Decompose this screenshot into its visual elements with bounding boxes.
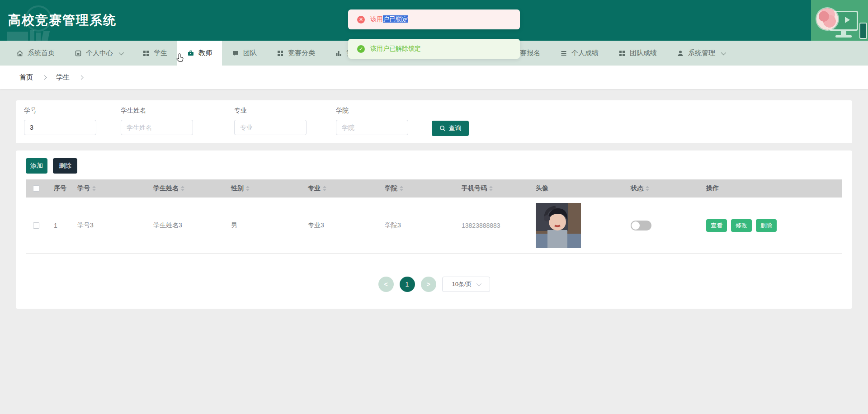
row-index: 1 [47, 222, 70, 229]
column-header-phone[interactable]: 手机号码 [454, 184, 528, 193]
sort-icon[interactable] [323, 184, 326, 193]
column-header-actions: 操作 [699, 184, 842, 193]
chevron-down-icon [119, 50, 124, 55]
prev-page-button[interactable]: < [378, 277, 394, 292]
user-icon [677, 50, 684, 57]
field-label: 学号 [24, 107, 96, 115]
field-college: 学院 [336, 107, 408, 135]
nav-item-competition-category[interactable]: 竞赛分类 [267, 41, 325, 66]
toast-error-text: 该用户已锁定 [370, 15, 408, 24]
add-button[interactable]: 添加 [26, 158, 47, 174]
select-all-checkbox[interactable] [33, 185, 39, 192]
table-row: 1 学号3 学生姓名3 男 专业3 学院3 13823888883 查看 [26, 198, 842, 254]
sort-icon[interactable] [646, 184, 649, 193]
nav-item-label: 团队 [243, 49, 257, 57]
sort-icon[interactable] [400, 184, 403, 193]
selected-text: 户已锁定 [383, 15, 408, 23]
college-input[interactable] [336, 120, 408, 135]
chevron-down-icon [476, 281, 481, 286]
sort-icon[interactable] [181, 184, 184, 193]
grid-icon [277, 50, 284, 57]
row-checkbox[interactable] [33, 222, 39, 229]
list-icon [560, 50, 567, 57]
personal-center-icon [75, 50, 82, 57]
field-label: 学生姓名 [121, 107, 193, 115]
column-header-status[interactable]: 状态 [623, 184, 699, 193]
bar-chart-icon [335, 50, 342, 57]
success-check-icon: ✓ [357, 45, 365, 53]
grid-icon [618, 50, 626, 57]
row-major: 专业3 [301, 221, 377, 230]
nav-item-label: 竞赛分类 [288, 49, 315, 57]
phone-illustration [859, 23, 867, 39]
toast-error: ✕ 该用户已锁定 [348, 9, 520, 29]
view-button[interactable]: 查看 [706, 219, 727, 232]
breadcrumb-separator-icon [79, 75, 84, 80]
sort-icon[interactable] [246, 184, 250, 193]
breadcrumb-home[interactable]: 首页 [19, 73, 33, 82]
home-icon [16, 50, 24, 57]
edit-button[interactable]: 修改 [731, 219, 752, 232]
chat-icon [232, 50, 239, 57]
search-button-label: 查询 [449, 124, 462, 132]
breadcrumb-student[interactable]: 学生 [56, 73, 70, 82]
row-name: 学生姓名3 [146, 221, 224, 230]
student-no-input[interactable] [24, 120, 96, 135]
page-size-select[interactable]: 10条/页 [442, 277, 490, 292]
nav-item-label: 教师 [198, 49, 212, 57]
nav-item-label: 团队成绩 [630, 49, 657, 57]
row-delete-button[interactable]: 删除 [756, 219, 777, 232]
major-input[interactable] [234, 120, 307, 135]
nav-item-system-admin[interactable]: 系统管理 [667, 41, 735, 66]
page-1-button[interactable]: 1 [400, 277, 415, 292]
toast-success-text: 该用户已解除锁定 [370, 45, 421, 53]
row-gender: 男 [224, 221, 301, 230]
field-student-no: 学号 [24, 107, 96, 135]
pagination: < 1 > 10条/页 [16, 277, 852, 292]
nav-item-team-score[interactable]: 团队成绩 [609, 41, 667, 66]
sort-icon[interactable] [92, 184, 96, 193]
row-phone: 13823888883 [454, 222, 528, 229]
column-header-gender[interactable]: 性别 [224, 184, 301, 193]
status-toggle[interactable] [631, 221, 651, 231]
books-decoration [7, 29, 75, 41]
toast-success: ✓ 该用户已解除锁定 [348, 39, 520, 59]
field-label: 学院 [336, 107, 408, 115]
nav-item-personal-center[interactable]: 个人中心 [65, 41, 132, 66]
app-title: 高校竞赛管理系统 [8, 12, 117, 29]
sort-icon[interactable] [489, 184, 493, 193]
breadcrumb-separator-icon [42, 75, 47, 80]
nav-item-label: 系统首页 [28, 49, 55, 57]
nav-item-label: 个人中心 [86, 49, 113, 57]
nav-item-personal-score[interactable]: 个人成绩 [550, 41, 609, 66]
nav-item-label: 系统管理 [688, 49, 715, 57]
column-header-college[interactable]: 学院 [377, 184, 454, 193]
nav-item-student[interactable]: 学生 [132, 41, 177, 66]
delete-button[interactable]: 删除 [53, 158, 77, 174]
field-student-name: 学生姓名 [121, 107, 193, 135]
nav-item-label: 学生 [154, 49, 167, 57]
breadcrumb: 首页 学生 [0, 66, 868, 89]
search-icon [439, 125, 446, 132]
briefcase-icon [187, 50, 194, 57]
page-size-value: 10条/页 [452, 280, 472, 288]
search-button[interactable]: 查询 [432, 121, 469, 136]
next-page-button[interactable]: > [421, 277, 436, 292]
column-header-major[interactable]: 专业 [301, 184, 377, 193]
user-avatar[interactable] [816, 8, 838, 30]
student-avatar-image [536, 203, 581, 248]
field-major: 专业 [234, 107, 307, 135]
nav-item-home[interactable]: 系统首页 [6, 41, 65, 66]
row-college: 学院3 [377, 221, 454, 230]
nav-item-team[interactable]: 团队 [222, 41, 267, 66]
column-header-name[interactable]: 学生姓名 [146, 184, 224, 193]
error-icon: ✕ [357, 16, 365, 24]
grid-icon [142, 50, 150, 57]
student-name-input[interactable] [121, 120, 193, 135]
column-header-index: 序号 [47, 184, 70, 193]
search-panel: 学号 学生姓名 专业 学院 查询 [16, 100, 852, 143]
table-header: 序号 学号 学生姓名 性别 专业 学院 手机号码 头像 状态 操作 [26, 179, 842, 198]
nav-item-label: 个人成绩 [571, 49, 599, 57]
table-panel: 添加 删除 序号 学号 学生姓名 性别 专业 学院 手机号码 头像 状态 操作 … [16, 151, 852, 309]
column-header-student-no[interactable]: 学号 [70, 184, 146, 193]
